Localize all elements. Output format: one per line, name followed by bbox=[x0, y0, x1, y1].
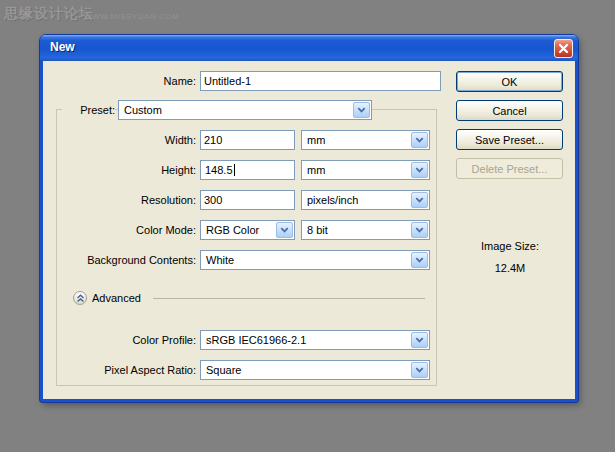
color-mode-value: RGB Color bbox=[206, 221, 259, 239]
chevron-down-icon bbox=[280, 227, 289, 233]
width-unit-value: mm bbox=[307, 131, 325, 149]
resolution-unit-select[interactable]: pixels/inch bbox=[301, 190, 430, 210]
bit-depth-select[interactable]: 8 bit bbox=[301, 220, 430, 240]
chevron-down-icon bbox=[415, 137, 424, 143]
chevron-down-icon bbox=[415, 167, 424, 173]
width-unit-dropdown-button[interactable] bbox=[411, 132, 428, 148]
resolution-label: Resolution: bbox=[60, 190, 196, 210]
background-contents-dropdown-button[interactable] bbox=[411, 252, 428, 268]
color-profile-select[interactable]: sRGB IEC61966-2.1 bbox=[200, 330, 430, 350]
text-caret bbox=[234, 164, 235, 176]
close-icon bbox=[558, 43, 569, 54]
pixel-aspect-ratio-dropdown-button[interactable] bbox=[411, 362, 428, 378]
pixel-aspect-ratio-value: Square bbox=[206, 361, 241, 379]
width-label: Width: bbox=[60, 130, 196, 150]
background-contents-select[interactable]: White bbox=[200, 250, 430, 270]
color-mode-label: Color Mode: bbox=[60, 220, 196, 240]
height-unit-value: mm bbox=[307, 161, 325, 179]
height-unit-select[interactable]: mm bbox=[301, 160, 430, 180]
screenshot-stage: 思缘设计论坛 WWW.MISSYUAN.COM New Name: Preset… bbox=[0, 0, 615, 452]
name-label: Name: bbox=[60, 71, 196, 91]
chevron-down-icon bbox=[415, 227, 424, 233]
height-unit-dropdown-button[interactable] bbox=[411, 162, 428, 178]
close-button[interactable] bbox=[554, 39, 573, 58]
resolution-unit-dropdown-button[interactable] bbox=[411, 192, 428, 208]
color-profile-label: Color Profile: bbox=[60, 330, 196, 350]
color-mode-dropdown-button[interactable] bbox=[276, 222, 293, 238]
resolution-unit-value: pixels/inch bbox=[307, 191, 358, 209]
width-input[interactable] bbox=[200, 130, 295, 150]
cancel-button[interactable]: Cancel bbox=[456, 100, 563, 121]
preset-label: Preset: bbox=[62, 100, 115, 120]
chevron-down-icon bbox=[415, 337, 424, 343]
advanced-collapse-button[interactable] bbox=[73, 291, 87, 305]
image-size-label: Image Size: bbox=[445, 240, 575, 252]
chevron-down-icon bbox=[415, 197, 424, 203]
double-chevron-up-icon bbox=[76, 294, 85, 303]
background-contents-label: Background Contents: bbox=[60, 250, 196, 270]
height-input[interactable]: 148.5 bbox=[200, 160, 295, 180]
delete-preset-button: Delete Preset... bbox=[456, 158, 563, 179]
color-mode-select[interactable]: RGB Color bbox=[200, 220, 295, 240]
color-profile-dropdown-button[interactable] bbox=[411, 332, 428, 348]
background-contents-value: White bbox=[206, 251, 234, 269]
name-input[interactable] bbox=[200, 71, 441, 91]
pixel-aspect-ratio-label: Pixel Aspect Ratio: bbox=[60, 360, 196, 380]
bit-depth-value: 8 bit bbox=[307, 221, 328, 239]
advanced-divider bbox=[153, 298, 425, 299]
image-size-value: 12.4M bbox=[445, 262, 575, 274]
watermark-site-name: 思缘设计论坛 bbox=[4, 5, 94, 23]
advanced-section-label: Advanced bbox=[92, 288, 152, 308]
width-unit-select[interactable]: mm bbox=[301, 130, 430, 150]
resolution-input[interactable] bbox=[200, 190, 295, 210]
watermark-site-url: WWW.MISSYUAN.COM bbox=[84, 12, 179, 21]
bit-depth-dropdown-button[interactable] bbox=[411, 222, 428, 238]
ok-button[interactable]: OK bbox=[456, 71, 563, 92]
height-value: 148.5 bbox=[205, 164, 233, 176]
preset-dropdown-button[interactable] bbox=[353, 102, 370, 118]
pixel-aspect-ratio-select[interactable]: Square bbox=[200, 360, 430, 380]
height-label: Height: bbox=[60, 160, 196, 180]
dialog-title: New bbox=[50, 35, 75, 60]
preset-select[interactable]: Custom bbox=[118, 100, 372, 120]
save-preset-button[interactable]: Save Preset... bbox=[456, 129, 563, 150]
chevron-down-icon bbox=[415, 257, 424, 263]
preset-value: Custom bbox=[124, 101, 162, 119]
chevron-down-icon bbox=[415, 367, 424, 373]
dialog-titlebar[interactable]: New bbox=[40, 35, 578, 61]
color-profile-value: sRGB IEC61966-2.1 bbox=[206, 331, 306, 349]
chevron-down-icon bbox=[357, 107, 366, 113]
